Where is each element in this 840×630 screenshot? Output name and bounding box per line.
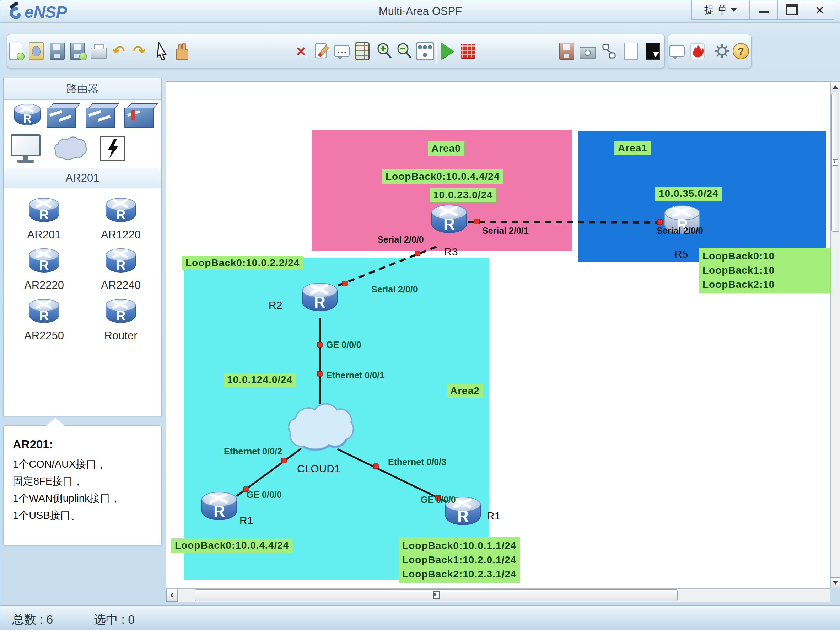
device-palette-panel: 路由器 R AR201 R AR201 R [3, 78, 162, 416]
device-item-ar2250[interactable]: R AR2250 [6, 294, 82, 344]
redo-button[interactable]: ↷ [131, 41, 147, 62]
new-topology-button[interactable] [8, 41, 24, 62]
r5-loopback2: LoopBack2:10 [703, 278, 827, 292]
device-item-ar1220[interactable]: R AR1220 [82, 193, 159, 243]
r2-r3-network-label[interactable]: 10.0.23.0/24 [429, 188, 496, 202]
stop-devices-button[interactable] [460, 41, 476, 62]
status-total: 总数 : 6 [12, 611, 53, 628]
vertical-scroll-thumb[interactable] [832, 93, 839, 232]
router-r4[interactable]: R [201, 492, 238, 523]
port-label-cloud-eth3: Ethernet 0/0/3 [388, 457, 446, 467]
eraser-button[interactable] [313, 41, 330, 62]
zoom-out-button[interactable] [396, 41, 412, 62]
horizontal-scroll-thumb[interactable] [195, 589, 677, 601]
topology-overview-button[interactable] [601, 41, 617, 62]
horizontal-scrollbar[interactable]: ‹ [166, 589, 831, 602]
device-item-ar2220[interactable]: R AR2220 [6, 243, 82, 294]
category-firewall-button[interactable] [124, 103, 155, 128]
area0-label[interactable]: Area0 [428, 141, 464, 156]
vertical-scrollbar[interactable] [831, 81, 840, 589]
category-terminal-button[interactable] [11, 134, 41, 163]
r5-loopbacks-label[interactable]: LoopBack0:10 LoopBack1:10 LoopBack2:10 [699, 248, 831, 293]
zoom-in-button[interactable] [376, 41, 393, 62]
comment-icon: … [334, 45, 350, 57]
r1-loopback2: LoopBack2:10.2.3.1/24 [402, 567, 516, 581]
scroll-up-button[interactable] [831, 82, 840, 92]
device-group-icon [416, 42, 434, 60]
category-switch-button[interactable] [47, 103, 77, 128]
cloud-node[interactable] [285, 396, 356, 458]
category-l3switch-button[interactable] [86, 103, 116, 128]
cloud-network-label[interactable]: 10.0.124.0/24 [224, 373, 296, 387]
category-cloud-button[interactable] [52, 134, 88, 163]
start-devices-button[interactable] [439, 41, 456, 62]
device-label: AR1220 [101, 229, 141, 241]
console-button[interactable] [644, 41, 661, 62]
pan-tool-button[interactable] [172, 41, 189, 62]
scroll-left-button[interactable]: ‹ [166, 589, 178, 602]
open-topology-button[interactable] [28, 41, 44, 62]
description-line: 固定8FE接口， [13, 474, 161, 488]
report-menu-button[interactable]: 提 单 [692, 0, 750, 19]
scroll-down-button[interactable] [831, 578, 840, 588]
router-r2[interactable]: R [301, 283, 338, 314]
text-annotation-button[interactable]: … [334, 41, 350, 62]
topology-canvas[interactable]: Area0 Area1 Area2 LoopBack0:10.0.4.4/24 … [166, 81, 831, 589]
select-tool-button[interactable] [153, 41, 170, 62]
r3-loopback-label[interactable]: LoopBack0:10.0.4.4/24 [382, 169, 503, 184]
router-r3[interactable]: R [431, 205, 467, 236]
r2-loopback-label[interactable]: LoopBack0:10.0.2.2/24 [182, 256, 303, 270]
message-button[interactable] [669, 41, 685, 62]
minimize-button[interactable] [749, 0, 778, 19]
device-label: Router [104, 329, 137, 342]
print-button[interactable] [91, 41, 107, 62]
r5-loopback0: LoopBack0:10 [703, 249, 827, 263]
device-item-ar201[interactable]: R AR201 [6, 193, 82, 243]
cloud-icon [52, 134, 88, 162]
blank-page-button[interactable] [623, 41, 639, 62]
ellipsis-glyph: … [336, 48, 347, 52]
area2-label[interactable]: Area2 [447, 384, 483, 398]
link-r3-r5[interactable] [467, 222, 667, 223]
ensp-window: eNSP Multi-Area OSPF 提 单 × ↶ ↷ × … [0, 0, 840, 630]
description-notch [46, 418, 65, 426]
topology-nodes-icon [601, 41, 617, 61]
maximize-icon [786, 4, 798, 15]
eraser-icon [313, 41, 330, 61]
report-menu-label: 提 单 [704, 3, 727, 17]
category-connection-button[interactable] [100, 136, 125, 161]
zoom-in-icon [376, 41, 393, 61]
settings-button[interactable] [714, 41, 730, 62]
port-label-r5-serial200: Serial 2/0/0 [657, 226, 703, 236]
device-group-button[interactable] [417, 41, 433, 62]
undo-button[interactable]: ↶ [111, 41, 127, 62]
help-button[interactable]: ? [733, 41, 749, 62]
area1-label[interactable]: Area1 [614, 141, 651, 155]
save-config-button[interactable] [559, 41, 575, 62]
device-item-ar2240[interactable]: R AR2240 [82, 243, 159, 294]
r1-loopbacks-label[interactable]: LoopBack0:10.0.1.1/24 LoopBack1:10.2.0.1… [399, 537, 520, 583]
r1-loopback1: LoopBack1:10.2.0.1/24 [402, 553, 516, 567]
node-label-cloud: CLOUD1 [297, 463, 340, 475]
hand-icon [173, 41, 188, 61]
thumb-grip-icon [433, 591, 440, 599]
category-icon-row: R [3, 100, 161, 132]
lightning-icon [105, 138, 120, 159]
node-label-r4: R1 [240, 515, 253, 527]
delete-button[interactable]: × [293, 41, 309, 62]
open-topology-icon [29, 42, 44, 60]
packet-capture-button[interactable] [579, 41, 596, 62]
r3-r5-network-label[interactable]: 10.0.35.0/24 [655, 186, 722, 201]
palette-button[interactable] [354, 41, 371, 62]
r4-loopback-label[interactable]: LoopBack0:10.0.4.4/24 [171, 538, 292, 553]
category-router-button[interactable]: R [14, 104, 35, 122]
router-icon: R [431, 215, 467, 233]
maximize-button[interactable] [777, 0, 806, 19]
device-item-router[interactable]: R Router [82, 294, 159, 344]
community-button[interactable] [689, 41, 706, 62]
save-topology-button[interactable] [49, 41, 65, 62]
port-label-r2-ge: GE 0/0/0 [326, 340, 362, 350]
help-glyph: ? [738, 45, 744, 57]
save-as-button[interactable] [69, 41, 86, 62]
close-button[interactable]: × [805, 0, 834, 19]
